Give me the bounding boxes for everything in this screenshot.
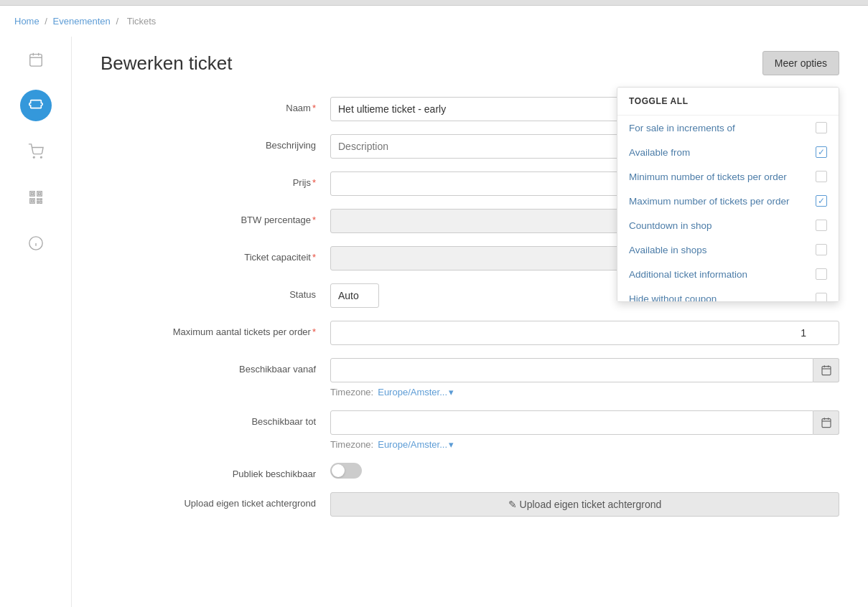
prijs-label: Prijs*: [101, 171, 330, 188]
beschikbaar-vanaf-row: Beschikbaar vanaf Timezone:: [101, 358, 839, 397]
beschikbaar-vanaf-input[interactable]: [330, 358, 813, 382]
timezone-label-1: Timezone:: [330, 387, 373, 397]
timezone-chevron-1: ▾: [449, 387, 454, 397]
breadcrumb-tickets: Tickets: [127, 16, 157, 27]
main-layout: Bewerken ticket Meer opties Toggle all F…: [0, 37, 868, 607]
btw-label: BTW percentage*: [101, 209, 330, 225]
toggle-wrapper: [330, 463, 839, 479]
page-title: Bewerken ticket: [101, 52, 233, 75]
status-label: Status: [101, 283, 330, 300]
dropdown-item-available-from[interactable]: Available from ✓: [617, 140, 839, 164]
timezone-row-2: Timezone: Europe/Amster... ▾: [330, 439, 839, 450]
max-tickets-input[interactable]: [330, 321, 839, 345]
breadcrumb: Home / Evenementen / Tickets: [0, 6, 868, 37]
dropdown-item-for-sale[interactable]: For sale in increments of: [617, 116, 839, 140]
page-header: Bewerken ticket Meer opties: [101, 51, 839, 75]
sidebar-icon-cart[interactable]: [20, 136, 52, 167]
dropdown-item-label-max-tickets: Maximum number of tickets per order: [629, 196, 790, 207]
sidebar-icon-calendar[interactable]: [20, 44, 52, 75]
timezone-value-2: Europe/Amster...: [378, 439, 447, 450]
naam-label: Naam*: [101, 97, 330, 113]
breadcrumb-home[interactable]: Home: [14, 16, 39, 27]
svg-rect-15: [822, 367, 831, 375]
svg-rect-7: [37, 192, 41, 196]
svg-point-4: [33, 156, 34, 158]
dropdown-item-label-countdown: Countdown in shop: [629, 220, 712, 231]
breadcrumb-sep1: /: [45, 16, 47, 27]
dropdown-item-label-min-tickets: Minimum number of tickets per order: [629, 171, 787, 182]
dropdown-item-label-available-shops: Available in shops: [629, 245, 707, 255]
svg-rect-10: [38, 193, 40, 195]
beschikbaar-tot-label: Beschikbaar tot: [101, 410, 330, 427]
dropdown-checkbox-hide-coupon[interactable]: [816, 293, 827, 302]
dropdown-item-label-additional-info: Additional ticket information: [629, 269, 747, 280]
beschikbaar-tot-calendar-btn[interactable]: [813, 410, 839, 435]
max-tickets-row: Maximum aantal tickets per order*: [101, 321, 839, 345]
publiek-toggle[interactable]: [330, 463, 362, 479]
meer-opties-button[interactable]: Meer opties: [762, 51, 839, 75]
dropdown-checkbox-additional-info[interactable]: [816, 268, 827, 280]
timezone-value-1: Europe/Amster...: [378, 387, 447, 397]
dropdown-menu: Toggle all For sale in increments of Ava…: [617, 87, 839, 302]
dropdown-item-additional-info[interactable]: Additional ticket information: [617, 262, 839, 286]
beschrijving-label: Beschrijving: [101, 134, 330, 151]
dropdown-item-label-hide-coupon: Hide without coupon: [629, 293, 717, 303]
beschikbaar-tot-wrapper: Timezone: Europe/Amster... ▾: [330, 410, 839, 450]
beschikbaar-tot-input[interactable]: [330, 410, 813, 435]
svg-rect-0: [29, 55, 42, 67]
svg-rect-11: [31, 200, 33, 202]
beschikbaar-vanaf-label: Beschikbaar vanaf: [101, 358, 330, 375]
beschikbaar-vanaf-wrapper: Timezone: Europe/Amster... ▾: [330, 358, 839, 397]
dropdown-checkbox-available-shops[interactable]: [816, 244, 827, 255]
dropdown-checkbox-for-sale[interactable]: [816, 122, 827, 133]
capacity-label: Ticket capaciteit*: [101, 246, 330, 263]
sidebar-icon-ticket[interactable]: [20, 90, 52, 121]
content-area: Bewerken ticket Meer opties Toggle all F…: [72, 37, 868, 607]
dropdown-item-label-for-sale: For sale in increments of: [629, 123, 735, 133]
upload-button[interactable]: ✎ Upload eigen ticket achtergrond: [330, 492, 839, 517]
dropdown-item-available-shops[interactable]: Available in shops: [617, 237, 839, 262]
publiek-row: Publiek beschikbaar: [101, 463, 839, 479]
svg-rect-19: [822, 419, 831, 428]
sidebar: [0, 37, 72, 607]
beschikbaar-vanaf-calendar-btn[interactable]: [813, 358, 839, 382]
svg-rect-6: [29, 192, 34, 196]
upload-label: Upload eigen ticket achtergrond: [101, 492, 330, 509]
dropdown-checkbox-max-tickets[interactable]: ✓: [816, 195, 827, 207]
top-bar: [0, 0, 868, 6]
beschikbaar-tot-row: Beschikbaar tot Timezone:: [101, 410, 839, 450]
timezone-dropdown-1[interactable]: Europe/Amster... ▾: [378, 387, 454, 397]
dropdown-checkbox-countdown[interactable]: [816, 220, 827, 231]
beschikbaar-vanaf-input-row: [330, 358, 839, 382]
breadcrumb-sep2: /: [116, 16, 118, 27]
max-tickets-label: Maximum aantal tickets per order*: [101, 321, 330, 337]
sidebar-icon-qr[interactable]: [20, 182, 52, 213]
svg-rect-9: [31, 193, 33, 195]
dropdown-header: Toggle all: [617, 88, 839, 116]
beschikbaar-tot-input-row: [330, 410, 839, 435]
svg-rect-8: [29, 199, 34, 203]
dropdown-item-max-tickets[interactable]: Maximum number of tickets per order ✓: [617, 189, 839, 213]
status-select[interactable]: Auto Actief Inactief: [330, 283, 379, 308]
dropdown-item-hide-coupon[interactable]: Hide without coupon: [617, 286, 839, 302]
timezone-row-1: Timezone: Europe/Amster... ▾: [330, 387, 839, 397]
sidebar-icon-info[interactable]: [20, 227, 52, 259]
breadcrumb-events[interactable]: Evenementen: [53, 16, 111, 27]
timezone-dropdown-2[interactable]: Europe/Amster... ▾: [378, 439, 454, 450]
timezone-label-2: Timezone:: [330, 439, 373, 450]
dropdown-checkbox-available-from[interactable]: ✓: [816, 146, 827, 158]
svg-point-5: [40, 156, 42, 158]
dropdown-item-countdown[interactable]: Countdown in shop: [617, 213, 839, 237]
max-tickets-input-wrapper: [330, 321, 839, 345]
dropdown-checkbox-min-tickets[interactable]: [816, 171, 827, 182]
upload-row: Upload eigen ticket achtergrond ✎ Upload…: [101, 492, 839, 517]
timezone-chevron-2: ▾: [449, 439, 454, 450]
dropdown-item-label-available-from: Available from: [629, 147, 690, 158]
publiek-label: Publiek beschikbaar: [101, 463, 330, 479]
dropdown-item-min-tickets[interactable]: Minimum number of tickets per order: [617, 164, 839, 189]
